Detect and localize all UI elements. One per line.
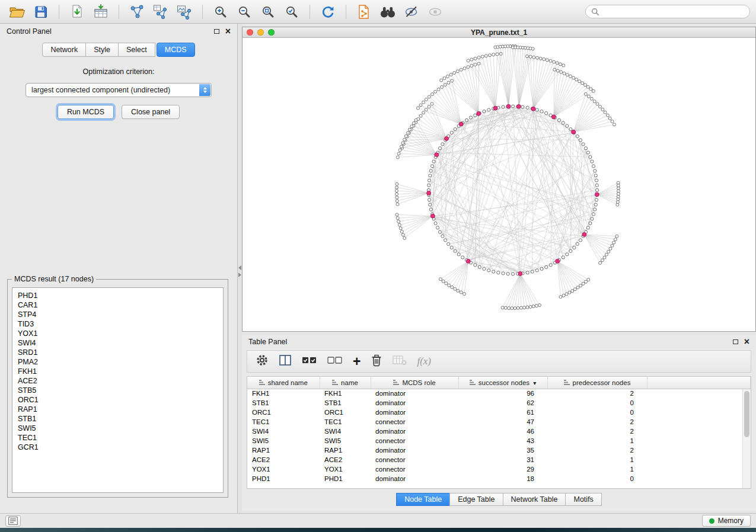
network-leaf-node[interactable] <box>410 125 413 128</box>
cell-name[interactable]: YOX1 <box>320 464 371 474</box>
cell-mcds-role[interactable]: dominator <box>371 398 458 408</box>
cell-shared-name[interactable]: FKH1 <box>247 389 320 398</box>
network-node[interactable] <box>591 160 594 163</box>
network-leaf-node[interactable] <box>605 253 608 256</box>
cell-name[interactable]: ORC1 <box>320 408 371 417</box>
network-leaf-node[interactable] <box>419 104 422 107</box>
network-node[interactable] <box>483 110 486 113</box>
network-node[interactable] <box>457 253 460 256</box>
network-node[interactable] <box>591 217 594 220</box>
network-leaf-node[interactable] <box>463 293 466 296</box>
network-leaf-node[interactable] <box>599 261 602 264</box>
network-leaf-node[interactable] <box>539 57 542 60</box>
cell-shared-name[interactable]: RAP1 <box>247 446 320 455</box>
tab-motifs[interactable]: Motifs <box>565 493 601 506</box>
network-leaf-node[interactable] <box>456 70 459 73</box>
network-dominator-node[interactable] <box>556 259 560 263</box>
network-leaf-node[interactable] <box>562 294 565 297</box>
network-node[interactable] <box>595 184 598 187</box>
network-leaf-node[interactable] <box>529 55 532 58</box>
network-node[interactable] <box>589 155 592 158</box>
network-node[interactable] <box>502 272 505 275</box>
network-dominator-node[interactable] <box>517 104 521 108</box>
network-leaf-node[interactable] <box>403 236 406 239</box>
network-leaf-node[interactable] <box>606 114 609 117</box>
network-leaf-node[interactable] <box>445 282 448 285</box>
network-node[interactable] <box>562 256 564 259</box>
splitter-collapse-icon[interactable] <box>238 265 242 277</box>
show-columns-button[interactable] <box>279 354 292 368</box>
cell-predecessor-nodes[interactable]: 2 <box>547 389 647 398</box>
network-node[interactable] <box>478 265 481 268</box>
cell-name[interactable]: TEC1 <box>320 417 371 427</box>
network-node[interactable] <box>535 269 538 272</box>
mcds-result-item[interactable]: GCR1 <box>18 443 218 452</box>
network-leaf-node[interactable] <box>582 282 585 285</box>
network-leaf-node[interactable] <box>566 73 569 76</box>
cell-predecessor-nodes[interactable]: 0 <box>547 408 647 417</box>
hide-graphics-details-button[interactable] <box>400 2 423 21</box>
network-leaf-node[interactable] <box>568 291 571 294</box>
column-header-successor-nodes[interactable]: successor nodes▾ <box>458 377 547 389</box>
network-leaf-node[interactable] <box>396 217 399 220</box>
network-node[interactable] <box>592 165 595 168</box>
network-dominator-node[interactable] <box>493 106 497 110</box>
cell-mcds-role[interactable]: connector <box>371 464 458 474</box>
network-leaf-node[interactable] <box>439 278 442 281</box>
network-node[interactable] <box>595 179 598 182</box>
network-leaf-node[interactable] <box>425 108 428 111</box>
network-node[interactable] <box>492 270 495 273</box>
function-builder-button[interactable]: f(x) <box>417 355 431 367</box>
network-node[interactable] <box>450 131 453 134</box>
cell-predecessor-nodes[interactable]: 0 <box>547 398 647 408</box>
network-node[interactable] <box>594 169 596 172</box>
network-leaf-node[interactable] <box>592 89 595 92</box>
cell-shared-name[interactable]: ACE2 <box>247 455 320 464</box>
network-leaf-node[interactable] <box>453 71 456 74</box>
delete-column-button[interactable] <box>371 354 382 369</box>
mcds-result-item[interactable]: YOX1 <box>18 329 218 338</box>
network-node[interactable] <box>545 265 548 268</box>
network-node[interactable] <box>434 222 437 225</box>
network-leaf-node[interactable] <box>599 105 602 108</box>
window-minimize-icon[interactable] <box>257 29 264 36</box>
network-leaf-node[interactable] <box>446 75 449 78</box>
network-leaf-node[interactable] <box>481 55 484 58</box>
network-leaf-node[interactable] <box>581 82 584 85</box>
network-leaf-node[interactable] <box>611 120 614 123</box>
tab-node-table[interactable]: Node Table <box>396 493 450 506</box>
network-leaf-node[interactable] <box>579 284 582 287</box>
network-leaf-node[interactable] <box>587 278 590 281</box>
mcds-result-item[interactable]: SWI5 <box>18 424 218 433</box>
tab-style[interactable]: Style <box>85 43 119 57</box>
network-leaf-node[interactable] <box>492 53 495 56</box>
network-leaf-node[interactable] <box>404 134 407 137</box>
cell-mcds-role[interactable]: connector <box>371 455 458 464</box>
network-dominator-node[interactable] <box>445 137 449 141</box>
import-network-from-file-button[interactable] <box>66 2 88 21</box>
network-leaf-node[interactable] <box>400 145 403 148</box>
cell-successor-nodes[interactable]: 29 <box>458 464 547 474</box>
network-leaf-node[interactable] <box>395 200 398 203</box>
network-leaf-node[interactable] <box>430 102 433 105</box>
network-leaf-node[interactable] <box>395 182 398 185</box>
network-leaf-node[interactable] <box>586 85 589 88</box>
network-dominator-node[interactable] <box>582 232 586 236</box>
network-leaf-node[interactable] <box>562 64 565 67</box>
network-node[interactable] <box>586 226 589 229</box>
network-graph[interactable] <box>243 39 755 331</box>
network-leaf-node[interactable] <box>448 284 451 287</box>
cell-successor-nodes[interactable]: 61 <box>458 408 547 417</box>
network-leaf-node[interactable] <box>477 56 480 59</box>
network-leaf-node[interactable] <box>412 121 415 124</box>
cell-mcds-role[interactable]: connector <box>371 436 458 446</box>
network-node[interactable] <box>566 253 569 256</box>
network-leaf-node[interactable] <box>573 288 576 291</box>
network-node[interactable] <box>594 174 597 177</box>
cell-successor-nodes[interactable]: 96 <box>458 389 547 398</box>
network-leaf-node[interactable] <box>434 90 437 93</box>
network-leaf-node[interactable] <box>489 54 492 57</box>
network-dominator-node[interactable] <box>506 104 511 108</box>
save-session-button[interactable] <box>30 2 52 21</box>
network-leaf-node[interactable] <box>532 56 535 59</box>
